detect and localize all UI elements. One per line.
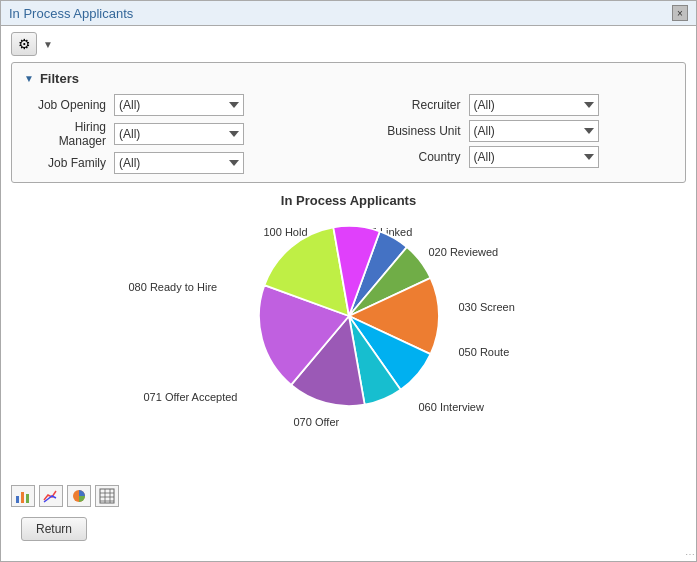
table-chart-button[interactable] — [95, 485, 119, 507]
bar-chart-icon — [15, 488, 31, 504]
chart-section: In Process Applicants 100 Hold 015 Linke… — [1, 183, 696, 479]
country-select[interactable]: (All) — [469, 146, 599, 168]
business-unit-row: Business Unit (All) — [369, 120, 674, 142]
country-label: Country — [369, 150, 469, 164]
window-title: In Process Applicants — [9, 6, 133, 21]
filters-label: Filters — [40, 71, 79, 86]
filter-rows: Job Opening (All) Hiring Manager (All) J… — [24, 94, 673, 174]
toolbar-dropdown-arrow[interactable]: ▼ — [41, 32, 55, 56]
label-offer-accepted: 071 Offer Accepted — [144, 391, 238, 403]
svg-rect-2 — [26, 494, 29, 503]
business-unit-label: Business Unit — [369, 124, 469, 138]
hiring-manager-row: Hiring Manager (All) — [24, 120, 329, 148]
filter-col-right: Recruiter (All) Business Unit (All) Coun… — [369, 94, 674, 174]
toolbar: ⚙ ▼ — [1, 26, 696, 62]
job-opening-select[interactable]: (All) — [114, 94, 244, 116]
gear-button[interactable]: ⚙ — [11, 32, 37, 56]
chart-title: In Process Applicants — [281, 193, 416, 208]
resize-handle[interactable]: ⋯ — [685, 549, 695, 560]
close-button[interactable]: × — [672, 5, 688, 21]
return-button-container: Return — [1, 513, 696, 561]
title-bar: In Process Applicants × — [1, 1, 696, 26]
hiring-manager-label: Hiring Manager — [24, 120, 114, 148]
country-row: Country (All) — [369, 146, 674, 168]
svg-rect-0 — [16, 496, 19, 503]
recruiter-select[interactable]: (All) — [469, 94, 599, 116]
label-screen: 030 Screen — [459, 301, 515, 313]
svg-rect-1 — [21, 492, 24, 503]
return-button[interactable]: Return — [21, 517, 87, 541]
filter-spacer — [329, 94, 369, 174]
recruiter-label: Recruiter — [369, 98, 469, 112]
bar-chart-button[interactable] — [11, 485, 35, 507]
pie-chart — [259, 226, 439, 406]
job-opening-row: Job Opening (All) — [24, 94, 329, 116]
pie-chart-button[interactable] — [67, 485, 91, 507]
business-unit-select[interactable]: (All) — [469, 120, 599, 142]
filter-col-left: Job Opening (All) Hiring Manager (All) J… — [24, 94, 329, 174]
line-chart-button[interactable] — [39, 485, 63, 507]
job-opening-label: Job Opening — [24, 98, 114, 112]
chart-container: 100 Hold 015 Linked 020 Reviewed 030 Scr… — [99, 216, 599, 456]
app-window: In Process Applicants × ⚙ ▼ ▼ Filters Jo… — [0, 0, 697, 562]
job-family-label: Job Family — [24, 156, 114, 170]
label-ready-to-hire: 080 Ready to Hire — [129, 281, 218, 293]
gear-icon: ⚙ — [18, 36, 31, 52]
bottom-toolbar — [1, 479, 696, 513]
hiring-manager-select[interactable]: (All) — [114, 123, 244, 145]
table-icon — [99, 488, 115, 504]
filters-section: ▼ Filters Job Opening (All) Hiring Manag… — [11, 62, 686, 183]
pie-chart-icon — [71, 488, 87, 504]
recruiter-row: Recruiter (All) — [369, 94, 674, 116]
job-family-row: Job Family (All) — [24, 152, 329, 174]
filters-header: ▼ Filters — [24, 71, 673, 86]
job-family-select[interactable]: (All) — [114, 152, 244, 174]
label-reviewed: 020 Reviewed — [429, 246, 499, 258]
line-chart-icon — [43, 488, 59, 504]
filters-toggle[interactable]: ▼ — [24, 73, 34, 84]
label-route: 050 Route — [459, 346, 510, 358]
label-offer: 070 Offer — [294, 416, 340, 428]
